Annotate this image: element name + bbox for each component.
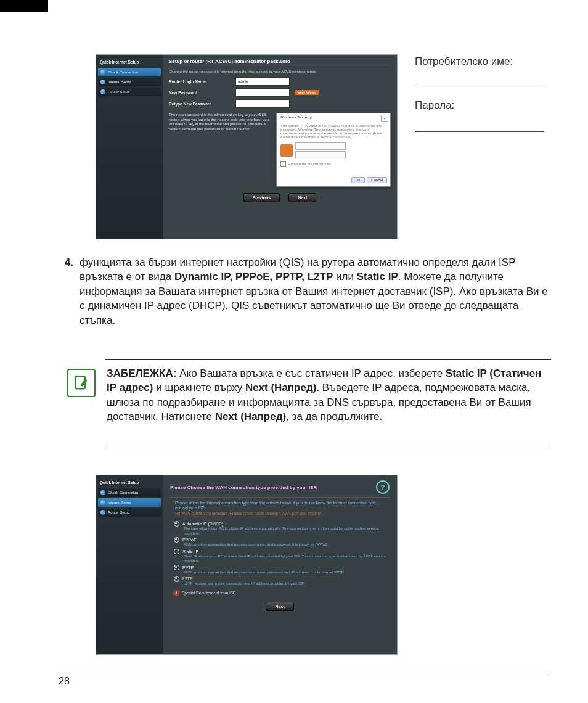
checkbox-icon — [280, 161, 286, 166]
page-number: 28 — [59, 676, 70, 687]
wan-intro: Please select the Internet connection ty… — [175, 501, 387, 516]
username-label: Потребителско име: — [415, 54, 544, 69]
radio-icon — [174, 537, 179, 543]
qis-step-label: Router Setup — [108, 90, 129, 94]
note-part: и щракнете върху — [153, 382, 245, 393]
remember-credentials-checkbox[interactable]: Remember my credentials — [280, 161, 386, 166]
qis-step-router-setup[interactable]: Router Setup — [98, 88, 161, 96]
close-icon[interactable]: × — [381, 115, 388, 122]
dynamic-ip-bold: Dynamic IP, PPPoE, PPTP, L2TP — [174, 271, 333, 282]
divider — [169, 67, 391, 67]
wan-option-desc: Static IP allows your PC to use a fixed … — [184, 554, 390, 564]
nav-button-row: Previous Next — [169, 193, 391, 202]
note-text: ЗАБЕЛЕЖКА: Ако Вашата връзка е със стати… — [107, 366, 551, 424]
note-part: , за да продължите. — [286, 411, 382, 422]
qis-step-label: Check Connection — [108, 70, 138, 74]
qis-step-label: Internet Setup — [108, 80, 131, 84]
wan-option-pptp[interactable]: PPTP ADSL or other connection that requi… — [174, 565, 390, 575]
field-label: New Password — [169, 91, 231, 95]
radio-icon — [174, 565, 179, 570]
qis-step-router-setup[interactable]: Router Setup — [98, 508, 161, 517]
qis-main-panel: Setup of router (RT-AC68U) administrator… — [163, 55, 397, 239]
username-write-line — [415, 72, 544, 88]
popup-password-input[interactable] — [295, 151, 346, 158]
new-password-input[interactable] — [235, 88, 290, 97]
field-label: Retype New Password — [169, 102, 231, 106]
radio-icon — [174, 549, 179, 554]
password-label: Парола: — [415, 98, 544, 113]
previous-button[interactable]: Previous — [243, 193, 280, 202]
wan-intro-warning: No WAN connection detected. Please check… — [175, 511, 387, 516]
wan-option-desc: ADSL or other connection that requires u… — [184, 570, 390, 575]
panel-subtext: Change the router password to prevent un… — [169, 70, 391, 73]
remember-label: Remember my credentials — [288, 162, 331, 166]
popup-body: The server RT-AC68U at RT-AC68U requires… — [277, 121, 390, 169]
user-icon — [280, 144, 293, 157]
page-left-black-strip — [0, 0, 48, 12]
popup-ok-button[interactable]: OK — [351, 177, 365, 183]
popup-username-input[interactable] — [295, 142, 346, 150]
wan-option-static-ip[interactable]: Static IP Static IP allows your PC to us… — [174, 549, 390, 564]
wan-option-desc: L2TP requires username, password, and IP… — [184, 582, 390, 586]
info-row: The router password is the administratio… — [169, 113, 391, 187]
popup-title: Windows Security — [277, 113, 390, 121]
step-dot-icon — [100, 70, 105, 75]
screenshot-wan-type: Quick Internet Setup Check Connection In… — [96, 475, 398, 655]
login-name-input[interactable]: admin — [235, 77, 290, 86]
wan-option-name: Static IP — [182, 549, 198, 554]
help-icon[interactable]: ? — [376, 480, 390, 494]
wan-intro-line: Please select the Internet connection ty… — [175, 501, 387, 511]
panel-heading: Setup of router (RT-AC68U) administrator… — [169, 59, 391, 64]
login-name-value: admin — [238, 80, 248, 83]
plus-icon: + — [174, 590, 179, 596]
page-footer-rule — [59, 672, 551, 672]
static-ip-bold: Static IP — [357, 271, 398, 282]
note-part: Ако Вашата връзка е със статичен IP адре… — [176, 368, 445, 379]
wan-option-name: PPPoE — [182, 538, 197, 542]
wan-option-l2tp[interactable]: L2TP L2TP requires username, password, a… — [174, 576, 390, 586]
qis-sidebar: Quick Internet Setup Check Connection In… — [96, 475, 163, 654]
screenshot-admin-password: Quick Internet Setup Check Connection In… — [96, 54, 398, 239]
password-write-line — [415, 115, 544, 132]
divider — [170, 497, 390, 498]
note-row: ЗАБЕЛЕЖКА: Ако Вашата връзка е със стати… — [59, 366, 551, 424]
qis-step-label: Check Connection — [108, 491, 138, 495]
wan-option-name: Automatic IP (DHCP) — [182, 522, 223, 526]
step-dot-icon — [100, 80, 105, 84]
wan-panel-title: Please Choose the WAN connection type pr… — [170, 485, 317, 490]
qis-step-internet-setup[interactable]: Internet Setup — [98, 498, 161, 507]
wan-option-pppoe[interactable]: PPPoE ADSL or other connection that requ… — [174, 537, 390, 548]
wan-next-row: Next — [170, 602, 390, 611]
next-button[interactable]: Next — [288, 193, 316, 202]
wan-main-panel: Please Choose the WAN connection type pr… — [163, 475, 397, 654]
retype-password-input[interactable] — [235, 99, 290, 108]
field-router-login-name: Router Login Name admin — [169, 77, 391, 86]
screenshot-admin-password-row: Quick Internet Setup Check Connection In… — [96, 54, 551, 239]
password-strength-badge: Very Weak — [295, 90, 319, 95]
wan-option-desc: ADSL or other connection that requires u… — [184, 543, 390, 548]
next-button[interactable]: Next — [266, 602, 293, 611]
wan-title-bar: Please Choose the WAN connection type pr… — [170, 480, 390, 494]
step-4: 4. функцията за бързи интернет настройки… — [59, 255, 551, 327]
special-requirement-toggle[interactable]: + Special Requirement from ISP — [174, 590, 390, 596]
qis-step-check-connection[interactable]: Check Connection — [98, 68, 161, 76]
qis-step-label: Router Setup — [108, 511, 129, 514]
radio-icon — [174, 521, 179, 527]
wan-option-name: L2TP — [182, 577, 193, 581]
step-dot-icon — [100, 500, 105, 505]
credentials-block: Потребителско име: Парола: — [415, 54, 544, 142]
note-icon — [67, 369, 96, 397]
radio-icon — [174, 576, 179, 582]
popup-cancel-button[interactable]: Cancel — [367, 177, 387, 183]
field-label: Router Login Name — [169, 80, 231, 84]
qis-step-check-connection[interactable]: Check Connection — [98, 488, 161, 497]
note-label: ЗАБЕЛЕЖКА: — [107, 368, 176, 379]
wan-option-dhcp[interactable]: Automatic IP (DHCP) The type allows your… — [174, 521, 390, 536]
step-dot-icon — [100, 510, 105, 515]
step-dot-icon — [100, 89, 105, 94]
qis-sidebar: Quick Internet Setup Check Connection In… — [96, 55, 163, 239]
qis-step-internet-setup[interactable]: Internet Setup — [98, 78, 161, 86]
step-number: 4. — [59, 255, 73, 327]
popup-body-text: The server RT-AC68U at RT-AC68U requires… — [280, 124, 386, 139]
wan-option-desc: The type allows your PC to obtain IP add… — [184, 527, 390, 536]
